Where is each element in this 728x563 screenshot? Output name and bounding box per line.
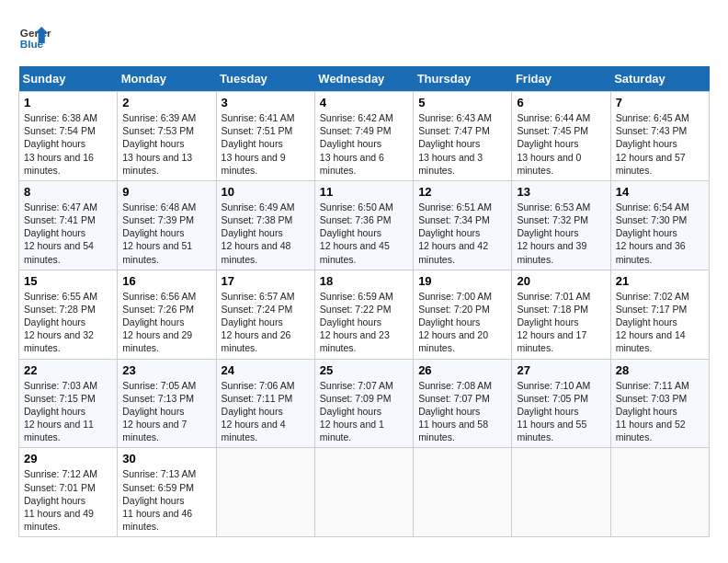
calendar-week-1: 1 Sunrise: 6:38 AMSunset: 7:54 PMDayligh…	[19, 92, 710, 181]
calendar-cell: 20 Sunrise: 7:01 AMSunset: 7:18 PMDaylig…	[512, 270, 610, 359]
calendar-cell: 30 Sunrise: 7:13 AMSunset: 6:59 PMDaylig…	[118, 448, 216, 537]
calendar-cell: 27 Sunrise: 7:10 AMSunset: 7:05 PMDaylig…	[512, 359, 610, 448]
day-info: Sunrise: 7:03 AMSunset: 7:15 PMDaylight …	[24, 380, 97, 443]
day-number: 6	[517, 96, 605, 109]
day-info: Sunrise: 6:39 AMSunset: 7:53 PMDaylight …	[122, 112, 196, 176]
calendar-header-row: SundayMondayTuesdayWednesdayThursdayFrid…	[19, 66, 710, 92]
calendar-cell: 14 Sunrise: 6:54 AMSunset: 7:30 PMDaylig…	[610, 180, 709, 270]
day-info: Sunrise: 6:55 AMSunset: 7:28 PMDaylight …	[24, 291, 97, 354]
day-info: Sunrise: 6:42 AMSunset: 7:49 PMDaylight …	[320, 112, 393, 176]
calendar-week-4: 22 Sunrise: 7:03 AMSunset: 7:15 PMDaylig…	[19, 359, 710, 448]
day-number: 18	[320, 274, 408, 288]
day-number: 22	[24, 363, 112, 377]
calendar-cell: 12 Sunrise: 6:51 AMSunset: 7:34 PMDaylig…	[414, 180, 512, 270]
calendar-cell: 26 Sunrise: 7:08 AMSunset: 7:07 PMDaylig…	[414, 359, 512, 448]
logo-icon: General Blue	[18, 18, 51, 52]
day-number: 26	[418, 363, 506, 377]
calendar-cell: 28 Sunrise: 7:11 AMSunset: 7:03 PMDaylig…	[610, 359, 709, 448]
day-number: 5	[418, 96, 506, 109]
day-info: Sunrise: 7:10 AMSunset: 7:05 PMDaylight …	[517, 380, 590, 443]
calendar-week-3: 15 Sunrise: 6:55 AMSunset: 7:28 PMDaylig…	[19, 270, 710, 359]
day-number: 30	[122, 452, 210, 465]
calendar-cell: 1 Sunrise: 6:38 AMSunset: 7:54 PMDayligh…	[19, 92, 118, 181]
day-number: 9	[122, 185, 210, 199]
calendar-cell: 10 Sunrise: 6:49 AMSunset: 7:38 PMDaylig…	[216, 180, 314, 270]
day-info: Sunrise: 6:41 AMSunset: 7:51 PMDaylight …	[222, 112, 295, 176]
day-number: 11	[320, 185, 408, 199]
day-info: Sunrise: 6:57 AMSunset: 7:24 PMDaylight …	[222, 291, 295, 354]
day-number: 28	[616, 363, 704, 377]
day-number: 14	[616, 185, 704, 199]
calendar-cell: 3 Sunrise: 6:41 AMSunset: 7:51 PMDayligh…	[216, 92, 314, 181]
calendar-cell	[314, 448, 413, 537]
calendar-cell: 25 Sunrise: 7:07 AMSunset: 7:09 PMDaylig…	[314, 359, 413, 448]
day-number: 25	[320, 363, 408, 377]
day-info: Sunrise: 6:45 AMSunset: 7:43 PMDaylight …	[616, 112, 689, 176]
day-info: Sunrise: 7:05 AMSunset: 7:13 PMDaylight …	[122, 380, 196, 443]
calendar-cell: 11 Sunrise: 6:50 AMSunset: 7:36 PMDaylig…	[314, 180, 413, 270]
day-number: 3	[222, 96, 310, 109]
header-wednesday: Wednesday	[314, 66, 413, 92]
calendar-table: SundayMondayTuesdayWednesdayThursdayFrid…	[18, 66, 710, 537]
calendar-cell	[610, 448, 709, 537]
calendar-cell: 21 Sunrise: 7:02 AMSunset: 7:17 PMDaylig…	[610, 270, 709, 359]
day-number: 10	[222, 185, 310, 199]
day-number: 7	[616, 96, 704, 109]
day-number: 2	[122, 96, 210, 109]
day-number: 20	[517, 274, 605, 288]
calendar-cell	[512, 448, 610, 537]
day-info: Sunrise: 6:51 AMSunset: 7:34 PMDaylight …	[418, 201, 492, 265]
calendar-cell: 13 Sunrise: 6:53 AMSunset: 7:32 PMDaylig…	[512, 180, 610, 270]
header-tuesday: Tuesday	[216, 66, 314, 92]
calendar-cell: 24 Sunrise: 7:06 AMSunset: 7:11 PMDaylig…	[216, 359, 314, 448]
day-info: Sunrise: 6:54 AMSunset: 7:30 PMDaylight …	[616, 201, 689, 265]
day-info: Sunrise: 6:49 AMSunset: 7:38 PMDaylight …	[222, 201, 295, 265]
day-number: 21	[616, 274, 704, 288]
day-info: Sunrise: 7:12 AMSunset: 7:01 PMDaylight …	[24, 468, 97, 532]
calendar-cell: 6 Sunrise: 6:44 AMSunset: 7:45 PMDayligh…	[512, 92, 610, 181]
calendar-cell: 4 Sunrise: 6:42 AMSunset: 7:49 PMDayligh…	[314, 92, 413, 181]
day-number: 15	[24, 274, 112, 288]
calendar-cell	[414, 448, 512, 537]
day-number: 12	[418, 185, 506, 199]
calendar-cell: 2 Sunrise: 6:39 AMSunset: 7:53 PMDayligh…	[118, 92, 216, 181]
day-info: Sunrise: 6:48 AMSunset: 7:39 PMDaylight …	[122, 201, 196, 265]
header-saturday: Saturday	[610, 66, 709, 92]
day-info: Sunrise: 6:38 AMSunset: 7:54 PMDaylight …	[24, 112, 97, 176]
day-number: 24	[222, 363, 310, 377]
calendar-week-5: 29 Sunrise: 7:12 AMSunset: 7:01 PMDaylig…	[19, 448, 710, 537]
day-number: 17	[222, 274, 310, 288]
day-info: Sunrise: 7:08 AMSunset: 7:07 PMDaylight …	[418, 380, 492, 443]
header-friday: Friday	[512, 66, 610, 92]
day-info: Sunrise: 6:56 AMSunset: 7:26 PMDaylight …	[122, 291, 196, 354]
day-number: 8	[24, 185, 112, 199]
header-thursday: Thursday	[414, 66, 512, 92]
day-info: Sunrise: 7:02 AMSunset: 7:17 PMDaylight …	[616, 291, 689, 354]
calendar-cell: 8 Sunrise: 6:47 AMSunset: 7:41 PMDayligh…	[19, 180, 118, 270]
day-info: Sunrise: 7:01 AMSunset: 7:18 PMDaylight …	[517, 291, 590, 354]
header-monday: Monday	[118, 66, 216, 92]
page-header: General Blue	[18, 18, 710, 52]
calendar-cell: 17 Sunrise: 6:57 AMSunset: 7:24 PMDaylig…	[216, 270, 314, 359]
day-info: Sunrise: 6:44 AMSunset: 7:45 PMDaylight …	[517, 112, 590, 176]
calendar-cell: 16 Sunrise: 6:56 AMSunset: 7:26 PMDaylig…	[118, 270, 216, 359]
day-info: Sunrise: 7:13 AMSunset: 6:59 PMDaylight …	[122, 468, 196, 532]
header-sunday: Sunday	[19, 66, 118, 92]
day-info: Sunrise: 6:59 AMSunset: 7:22 PMDaylight …	[320, 291, 393, 354]
day-info: Sunrise: 6:43 AMSunset: 7:47 PMDaylight …	[418, 112, 492, 176]
logo: General Blue	[18, 18, 51, 52]
day-info: Sunrise: 7:11 AMSunset: 7:03 PMDaylight …	[616, 380, 689, 443]
day-number: 4	[320, 96, 408, 109]
day-number: 1	[24, 96, 112, 109]
day-info: Sunrise: 6:47 AMSunset: 7:41 PMDaylight …	[24, 201, 97, 265]
calendar-cell: 29 Sunrise: 7:12 AMSunset: 7:01 PMDaylig…	[19, 448, 118, 537]
calendar-cell: 22 Sunrise: 7:03 AMSunset: 7:15 PMDaylig…	[19, 359, 118, 448]
calendar-cell: 18 Sunrise: 6:59 AMSunset: 7:22 PMDaylig…	[314, 270, 413, 359]
day-number: 16	[122, 274, 210, 288]
day-number: 19	[418, 274, 506, 288]
calendar-cell: 15 Sunrise: 6:55 AMSunset: 7:28 PMDaylig…	[19, 270, 118, 359]
calendar-cell: 7 Sunrise: 6:45 AMSunset: 7:43 PMDayligh…	[610, 92, 709, 181]
day-number: 29	[24, 452, 112, 465]
calendar-cell: 5 Sunrise: 6:43 AMSunset: 7:47 PMDayligh…	[414, 92, 512, 181]
day-info: Sunrise: 7:00 AMSunset: 7:20 PMDaylight …	[418, 291, 492, 354]
